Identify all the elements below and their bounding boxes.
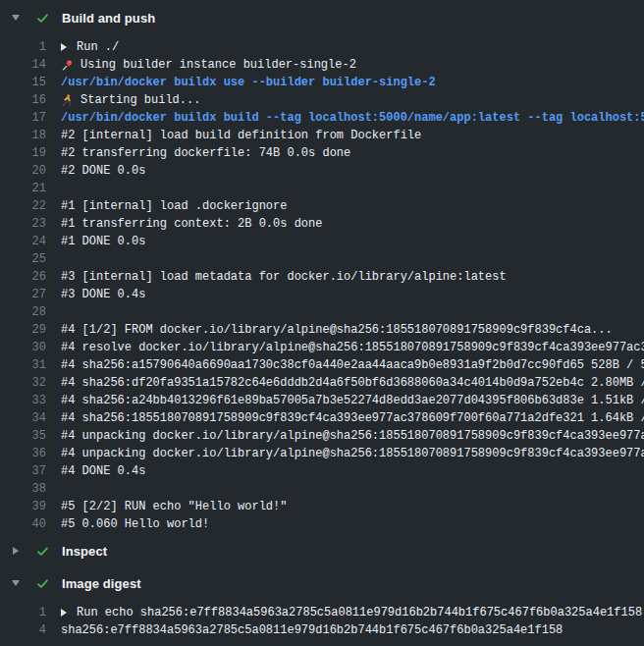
log-text: Using builder instance builder-single-2: [80, 56, 356, 74]
log-text: /usr/bin/docker buildx build --tag local…: [61, 109, 644, 127]
line-number[interactable]: 16: [0, 91, 46, 109]
log-text: Run echo sha256:e7ff8834a5963a2785c5a081…: [77, 604, 642, 621]
line-number[interactable]: 14: [0, 56, 46, 74]
line-number[interactable]: 1: [0, 38, 46, 56]
line-content: #2 transferring dockerfile: 74B 0.0s don…: [61, 144, 350, 162]
log-rows: 1Run echo sha256:e7ff8834a5963a2785c5a08…: [0, 604, 644, 639]
line-number[interactable]: 19: [0, 144, 46, 162]
line-number[interactable]: 21: [0, 180, 46, 197]
line-content: #4 [1/2] FROM docker.io/library/alpine@s…: [61, 321, 613, 339]
log-line: 18#2 [internal] load build definition fr…: [0, 127, 644, 144]
log-text: #4 sha256:a24bb4013296f61e89ba57005a7b3e…: [61, 392, 644, 409]
log-text: /usr/bin/docker buildx use --builder bui…: [61, 74, 436, 91]
line-number[interactable]: 35: [0, 427, 46, 445]
log-text: Starting build...: [80, 91, 200, 109]
chevron-down-icon[interactable]: [8, 15, 24, 21]
log-line: 1Run ./: [0, 38, 644, 56]
line-content: #3 DONE 0.4s: [61, 286, 145, 303]
log-line: 37#4 DONE 0.4s: [0, 462, 644, 480]
line-content: #4 DONE 0.4s: [61, 462, 145, 480]
line-number[interactable]: 22: [0, 197, 46, 215]
line-number[interactable]: 1: [0, 604, 46, 621]
line-number[interactable]: 40: [0, 515, 46, 533]
log-text: #2 transferring dockerfile: 74B 0.0s don…: [61, 144, 350, 162]
log-line: 16 Starting build...: [0, 91, 644, 109]
line-content: #1 [internal] load .dockerignore: [61, 197, 287, 215]
line-number[interactable]: 31: [0, 356, 46, 374]
log-text: #3 DONE 0.4s: [61, 286, 145, 303]
log-line: 20#2 DONE 0.0s: [0, 162, 644, 180]
line-number[interactable]: 34: [0, 409, 46, 427]
log-text: #2 [internal] load build definition from…: [61, 127, 421, 144]
log-text: #4 sha256:185518070891758909c9f839cf4ca3…: [61, 409, 644, 427]
chevron-down-icon[interactable]: [8, 580, 24, 586]
log-section-image-digest: Image digest 1Run echo sha256:e7ff8834a5…: [0, 573, 644, 639]
line-number[interactable]: 39: [0, 498, 46, 515]
line-number[interactable]: 24: [0, 233, 46, 250]
success-check-icon: [34, 575, 50, 591]
line-number[interactable]: 27: [0, 286, 46, 303]
log-text: Run ./: [77, 38, 119, 56]
log-text: #2 DONE 0.0s: [61, 162, 145, 180]
line-content: /usr/bin/docker buildx build --tag local…: [61, 109, 644, 127]
line-number[interactable]: 17: [0, 109, 46, 127]
line-number[interactable]: 26: [0, 268, 46, 286]
line-number[interactable]: 30: [0, 339, 46, 356]
log-text: #5 [2/2] RUN echo "Hello world!": [61, 498, 287, 515]
log-section-build-and-push: Build and push 1Run ./14 Using builder i…: [0, 8, 644, 533]
log-text: #4 resolve docker.io/library/alpine@sha2…: [61, 339, 644, 356]
line-content: #4 sha256:a15790640a6690aa1730c38cf0a440…: [61, 356, 644, 374]
line-content: #4 sha256:a24bb4013296f61e89ba57005a7b3e…: [61, 392, 644, 409]
log-line: 36#4 unpacking docker.io/library/alpine@…: [0, 445, 644, 462]
section-header-build-and-push[interactable]: Build and push: [0, 8, 644, 27]
line-number[interactable]: 32: [0, 374, 46, 392]
line-content: #1 DONE 0.0s: [61, 233, 145, 250]
line-number[interactable]: 28: [0, 303, 46, 321]
log-line: 24#1 DONE 0.0s: [0, 233, 644, 250]
line-content: #3 [internal] load metadata for docker.i…: [61, 268, 507, 286]
log-rows: 1Run ./14 Using builder instance builder…: [0, 38, 644, 533]
line-number[interactable]: 37: [0, 462, 46, 480]
log-text: #4 [1/2] FROM docker.io/library/alpine@s…: [61, 321, 613, 339]
log-line: 30#4 resolve docker.io/library/alpine@sh…: [0, 339, 644, 356]
log-line: 14 Using builder instance builder-single…: [0, 56, 644, 74]
log-text: sha256:e7ff8834a5963a2785c5a0811e979d16b…: [61, 621, 563, 639]
runner-icon: [61, 94, 74, 107]
log-text: #1 [internal] load .dockerignore: [61, 197, 287, 215]
log-line: 28: [0, 303, 644, 321]
success-check-icon: [34, 10, 50, 26]
line-number[interactable]: 4: [0, 621, 46, 639]
section-header-inspect[interactable]: Inspect: [0, 541, 644, 561]
log-line: 27#3 DONE 0.4s: [0, 286, 644, 303]
line-content: #2 [internal] load build definition from…: [61, 127, 421, 144]
section-header-image-digest[interactable]: Image digest: [0, 573, 644, 593]
section-title: Build and push: [62, 11, 155, 26]
log-text: #4 sha256:df20fa9351a15782c64e6dddb2d4a6…: [61, 374, 644, 392]
section-title: Image digest: [62, 576, 141, 591]
line-number[interactable]: 25: [0, 250, 46, 268]
expand-group-arrow-icon[interactable]: [61, 609, 77, 617]
log-text: #1 transferring context: 2B 0.0s done: [61, 215, 322, 233]
line-number[interactable]: 33: [0, 392, 46, 409]
log-text: #1 DONE 0.0s: [61, 233, 145, 250]
line-content: Run ./: [61, 38, 119, 56]
log-section-inspect: Inspect: [0, 541, 644, 561]
line-number[interactable]: 20: [0, 162, 46, 180]
line-content: Using builder instance builder-single-2: [61, 56, 356, 74]
runner-icon-wrap: [61, 94, 80, 107]
line-number[interactable]: 29: [0, 321, 46, 339]
line-number[interactable]: 36: [0, 445, 46, 462]
log-line: 26#3 [internal] load metadata for docker…: [0, 268, 644, 286]
log-line: 17/usr/bin/docker buildx build --tag loc…: [0, 109, 644, 127]
expand-group-arrow-icon[interactable]: [61, 43, 77, 51]
line-number[interactable]: 15: [0, 74, 46, 91]
line-number[interactable]: 18: [0, 127, 46, 144]
log-line: 1Run echo sha256:e7ff8834a5963a2785c5a08…: [0, 604, 644, 621]
log-line: 38: [0, 480, 644, 498]
line-number[interactable]: 23: [0, 215, 46, 233]
log-line: 39#5 [2/2] RUN echo "Hello world!": [0, 498, 644, 515]
line-content: #4 resolve docker.io/library/alpine@sha2…: [61, 339, 644, 356]
line-number[interactable]: 38: [0, 480, 46, 498]
line-content: /usr/bin/docker buildx use --builder bui…: [61, 74, 436, 91]
chevron-right-icon[interactable]: [8, 547, 24, 555]
